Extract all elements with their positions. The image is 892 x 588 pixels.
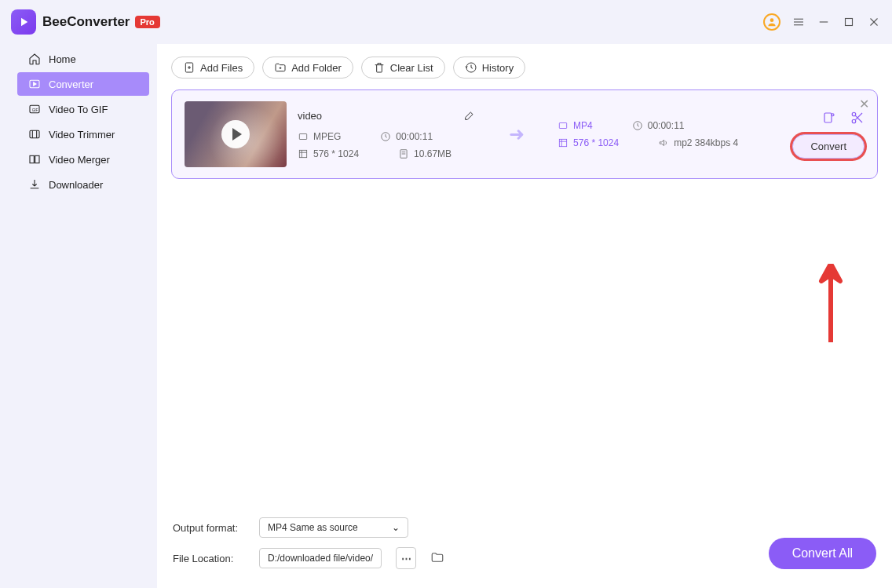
bottom-bar: Output format: MP4 Same as source⌄ File …	[157, 505, 892, 588]
svg-rect-30	[824, 113, 832, 122]
file-card: ✕ video MPEG 00:00:11 576 * 1024	[171, 89, 878, 179]
svg-rect-27	[559, 123, 566, 129]
svg-rect-14	[30, 155, 34, 163]
convert-button[interactable]: Convert	[792, 134, 865, 159]
svg-rect-29	[559, 139, 566, 146]
src-format: MPEG	[298, 131, 341, 142]
svg-point-32	[852, 112, 856, 116]
clear-list-label: Clear List	[390, 62, 433, 74]
main-panel: Add Files Add Folder Clear List History …	[157, 44, 892, 588]
video-thumbnail[interactable]	[185, 101, 287, 167]
sidebar-item-video-to-gif[interactable]: GIFVideo To GIF	[17, 97, 149, 121]
sidebar-item-label: Video Merger	[49, 154, 110, 166]
svg-rect-23	[299, 150, 306, 157]
src-duration: 00:00:11	[380, 131, 433, 142]
sidebar: Home Converter GIFVideo To GIF Video Tri…	[0, 44, 157, 588]
edit-title-icon[interactable]	[463, 109, 476, 122]
title-bar: BeeConverter Pro	[0, 0, 892, 44]
svg-point-31	[832, 113, 834, 115]
src-size: 10.67MB	[398, 148, 451, 159]
svg-rect-5	[846, 19, 853, 26]
browse-path-button[interactable]: ⋯	[396, 547, 416, 569]
svg-rect-21	[299, 134, 306, 140]
add-folder-label: Add Folder	[291, 62, 342, 74]
svg-point-33	[852, 119, 856, 123]
sidebar-item-label: Video Trimmer	[49, 129, 115, 141]
app-logo	[11, 9, 36, 35]
output-format-dropdown[interactable]: MP4 Same as source⌄	[259, 517, 408, 538]
settings-icon[interactable]	[822, 111, 836, 125]
pro-badge: Pro	[135, 16, 160, 28]
sidebar-item-video-merger[interactable]: Video Merger	[17, 148, 149, 171]
output-format-label: Output format:	[173, 522, 245, 534]
dst-duration: 00:00:11	[632, 120, 685, 131]
output-format-value: MP4 Same as source	[268, 522, 358, 533]
hamburger-menu-icon[interactable]	[791, 15, 806, 29]
add-files-label: Add Files	[200, 62, 243, 74]
maximize-button[interactable]	[842, 15, 856, 29]
toolbar: Add Files Add Folder Clear List History	[157, 44, 892, 89]
svg-text:GIF: GIF	[32, 108, 38, 112]
src-resolution: 576 * 1024	[298, 148, 359, 159]
file-location-path: D:/downloaded file/video/	[259, 548, 382, 568]
dst-format: MP4	[558, 120, 593, 131]
sidebar-item-label: Home	[49, 53, 76, 65]
minimize-button[interactable]	[817, 15, 831, 29]
file-location-label: File Location:	[173, 553, 245, 564]
svg-rect-11	[30, 130, 39, 137]
svg-point-0	[770, 18, 774, 22]
close-icon[interactable]: ✕	[859, 97, 869, 111]
svg-rect-15	[35, 155, 39, 163]
add-folder-button[interactable]: Add Folder	[262, 57, 353, 79]
history-button[interactable]: History	[453, 57, 525, 79]
convert-all-button[interactable]: Convert All	[769, 538, 876, 569]
user-account-icon[interactable]	[763, 13, 780, 31]
scissors-icon[interactable]	[850, 111, 865, 125]
history-label: History	[482, 62, 514, 74]
dst-resolution: 576 * 1024	[558, 137, 619, 148]
sidebar-item-home[interactable]: Home	[17, 47, 149, 71]
sidebar-item-video-trimmer[interactable]: Video Trimmer	[17, 122, 149, 146]
chevron-down-icon: ⌄	[392, 522, 400, 533]
clear-list-button[interactable]: Clear List	[361, 57, 445, 79]
app-name: BeeConverter	[42, 14, 130, 30]
file-title: video	[298, 110, 322, 122]
close-button[interactable]	[867, 15, 881, 29]
sidebar-item-converter[interactable]: Converter	[17, 72, 149, 96]
play-icon	[221, 120, 250, 148]
open-folder-icon[interactable]	[430, 550, 446, 566]
annotation-arrow	[815, 264, 846, 345]
sidebar-item-downloader[interactable]: Downloader	[17, 173, 149, 196]
arrow-right-icon: ➜	[509, 123, 525, 145]
add-files-button[interactable]: Add Files	[171, 57, 254, 79]
sidebar-item-label: Downloader	[49, 179, 103, 191]
sidebar-item-label: Video To GIF	[49, 104, 108, 115]
sidebar-item-label: Converter	[49, 79, 93, 90]
dst-audio: mp2 384kbps 4	[658, 137, 738, 148]
